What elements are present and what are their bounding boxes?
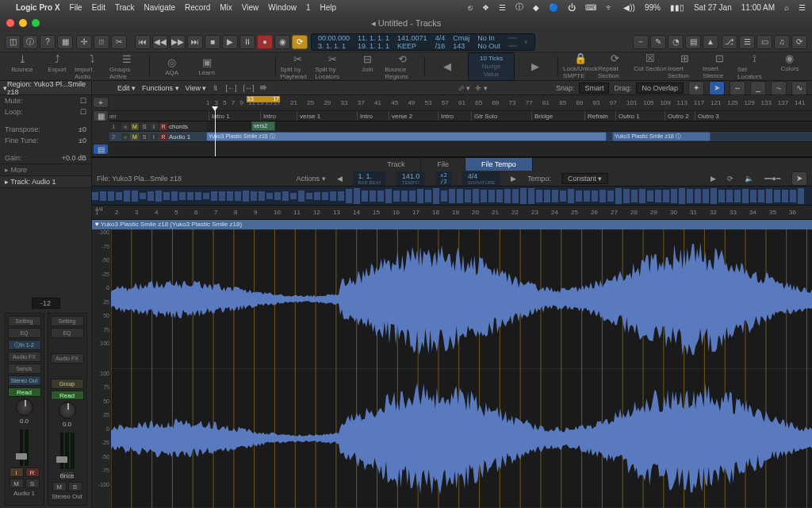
notification-icon[interactable]: ☰ — [799, 3, 806, 12]
status-icon[interactable]: ⎋ — [468, 3, 473, 12]
track-header[interactable]: 1 ⟐ M S I R chords — [109, 121, 206, 131]
insert-silence-button[interactable]: ⊡Insert Silence — [703, 52, 737, 80]
eq-slot[interactable]: EQ — [51, 328, 84, 338]
input-button[interactable]: I — [150, 133, 158, 140]
status-icon[interactable]: ⏻ — [568, 3, 576, 12]
prev-button[interactable]: ◀ — [337, 175, 343, 183]
mute-button[interactable]: M — [131, 133, 139, 140]
auto-icon[interactable]: ⟐ — [121, 133, 129, 140]
menu-navigate[interactable]: Navigate — [144, 3, 175, 12]
mute-button[interactable]: M — [131, 123, 139, 130]
marker[interactable]: Bridge — [531, 111, 553, 121]
audiofx-slot[interactable]: Audio FX — [8, 352, 41, 362]
region-label[interactable]: Yuko3 Plastic Smile z18 (Yuko3 Plastic S… — [92, 220, 812, 229]
tab-file[interactable]: File — [421, 158, 465, 171]
actions-menu[interactable]: Actions ▾ — [297, 175, 326, 183]
cycle-button[interactable]: ⟳ — [292, 35, 308, 49]
setting-slot[interactable]: Setting — [51, 316, 84, 326]
lcd-tempo[interactable]: 141.0071 — [397, 34, 427, 42]
lcd-keep[interactable]: KEEP — [397, 42, 427, 50]
setting-slot[interactable]: Setting — [8, 316, 41, 326]
menu-1[interactable]: 1 — [306, 3, 311, 12]
status-icon[interactable]: ⓘ — [515, 2, 523, 13]
browser-button[interactable]: ▤ — [685, 35, 701, 49]
tool-icon[interactable]: ⭆ — [260, 84, 267, 92]
next-button[interactable]: ▶ — [511, 175, 516, 183]
status-icon[interactable]: ❖ — [482, 3, 489, 12]
marker[interactable]: Gtr Solo — [471, 111, 497, 121]
library-button[interactable]: ◫ — [5, 35, 21, 49]
smart-controls-button[interactable]: ✢ — [76, 35, 92, 49]
preview-button[interactable]: ▶ — [710, 175, 716, 183]
audio-region[interactable]: Yuko3 Plastic Smile z18 ⓘ — [612, 132, 710, 141]
bounce-regions-button[interactable]: ⟲Bounce Regions — [385, 53, 419, 80]
lcd-locator-right[interactable]: 19. 1. 1. 1 — [358, 42, 389, 50]
list-editors-button[interactable]: ⎓ — [633, 35, 649, 49]
marker[interactable]: Intro — [357, 111, 373, 121]
output-slot[interactable]: Stereo Out — [8, 375, 41, 386]
tracks-area[interactable]: + ▦ ▤ 1317 13579111315172125293337414549… — [92, 95, 812, 156]
marker[interactable]: Outro 3 — [695, 111, 719, 121]
solo-button[interactable]: S — [25, 479, 40, 488]
gain-value[interactable]: +0.0 dB — [62, 154, 86, 162]
marker[interactable]: Intro — [260, 111, 276, 121]
tool-icon[interactable]: [↔] — [243, 84, 254, 92]
lcd-bars[interactable]: 3. 1. 1. 1 — [318, 42, 350, 50]
mute-button[interactable]: M — [10, 479, 24, 488]
capture-button[interactable]: ◉ — [274, 35, 290, 49]
solo-button[interactable]: S — [140, 123, 148, 130]
back-button[interactable]: ◀◀ — [152, 35, 168, 49]
input-button[interactable]: I — [150, 123, 158, 130]
sends-slot[interactable]: Sends — [8, 364, 41, 374]
db-readout[interactable]: -12 — [32, 298, 60, 309]
drag-mode[interactable]: No Overlap — [636, 83, 684, 94]
waveform-overview[interactable] — [92, 187, 812, 206]
menu-window[interactable]: Window — [268, 3, 297, 12]
marker[interactable]: Intro — [438, 111, 454, 121]
add-track-button[interactable]: + — [93, 97, 109, 108]
catch-button[interactable]: ➤ — [791, 171, 807, 186]
master-vol-button[interactable]: ⎇ — [722, 35, 737, 49]
audio-region[interactable]: Yuko3 Plastic Smile z18 ⓘ — [206, 132, 607, 141]
track-header[interactable]: 2 ⟐ M S I R Audio 1 — [109, 132, 206, 141]
edit-menu[interactable]: Edit ▾ — [117, 84, 136, 92]
editors-button[interactable]: ✂ — [111, 35, 127, 49]
pause-button[interactable]: ⏸ — [239, 35, 255, 49]
marker[interactable]: Refrain — [584, 111, 608, 121]
mute-checkbox[interactable]: ☐ — [80, 97, 86, 105]
hzoom-button[interactable]: ↔ — [730, 81, 745, 95]
marker[interactable]: Intro 1 — [209, 111, 230, 121]
finetune-value[interactable]: ±0 — [79, 137, 86, 144]
loops2-button[interactable]: ⟳ — [791, 35, 807, 49]
minimize-button[interactable] — [19, 19, 27, 27]
group-slot[interactable]: Group — [51, 379, 84, 389]
inspector-button[interactable]: ⓘ — [22, 35, 38, 49]
menu-view[interactable]: View — [242, 3, 259, 12]
events-button[interactable]: ☰ — [739, 35, 755, 49]
flex-button[interactable]: ⏦ — [771, 81, 787, 95]
signature-display[interactable]: 4/4SIGNATURE — [463, 171, 500, 186]
lcd-key[interactable]: Cmaj — [453, 34, 469, 42]
marker[interactable]: verse 1 — [297, 111, 320, 121]
global-tracks-button[interactable]: ▤ — [93, 144, 109, 155]
track-inspector-header[interactable]: ▸ Track: Audio 1 — [0, 175, 91, 188]
lcd-midi-out[interactable]: No Out — [477, 42, 500, 50]
marquee-tool-icon[interactable]: ✛ ▾ — [475, 84, 488, 92]
lock-unlock-smpte-button[interactable]: 🔒Lock/Unlock SMPTE — [563, 52, 598, 80]
status-icon[interactable]: ◆ — [533, 3, 539, 12]
tool-icon[interactable]: ⥮ — [213, 84, 219, 92]
solo-button[interactable]: S — [68, 482, 82, 491]
marker[interactable]: Outro 2 — [665, 111, 689, 121]
aqa-button[interactable]: ◎AQA — [155, 56, 190, 76]
nudge-left-button[interactable]: ◀ — [430, 60, 465, 72]
volume-icon[interactable]: ◀︎)) — [623, 3, 635, 12]
close-button[interactable] — [6, 19, 14, 27]
split-by-playhead-button[interactable]: ✂Split by Playhead — [280, 53, 315, 80]
end-button[interactable]: ⏭ — [187, 35, 203, 49]
mixer-button[interactable]: ⎅ — [94, 35, 109, 49]
stop-button[interactable]: ■ — [205, 35, 220, 49]
quickhelp-button[interactable]: ? — [40, 35, 56, 49]
track-name[interactable]: Audio 1 — [169, 133, 204, 140]
loop-checkbox[interactable]: ☐ — [80, 108, 86, 116]
lcd-smpte[interactable]: 00:00.000 — [318, 34, 350, 42]
